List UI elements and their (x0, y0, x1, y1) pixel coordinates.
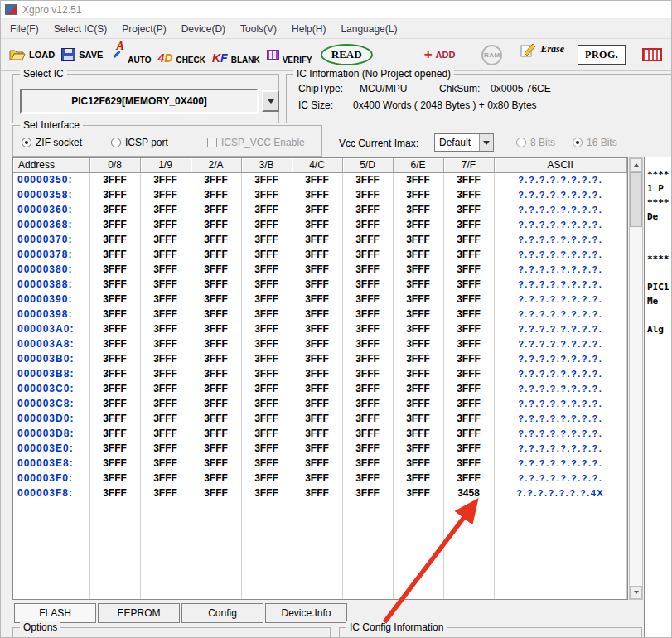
hex-value-cell[interactable]: 3FFF (393, 321, 443, 336)
menu-item-project[interactable]: Project(P) (114, 20, 173, 38)
read-button[interactable]: READ (321, 44, 373, 65)
hex-value-cell[interactable]: 3FFF (443, 336, 494, 351)
hex-value-cell[interactable]: 3FFF (140, 187, 191, 202)
hex-value-cell[interactable]: 3FFF (342, 321, 393, 336)
hex-value-cell[interactable]: 3FFF (89, 381, 140, 396)
hex-ascii-cell[interactable]: ?.?.?.?.?.?.?.?. (494, 411, 627, 426)
hex-value-cell[interactable]: 3FFF (342, 426, 393, 441)
hex-value-cell[interactable]: 3FFF (140, 471, 191, 486)
hex-value-cell[interactable]: 3FFF (89, 456, 140, 471)
hex-value-cell[interactable]: 3FFF (292, 232, 342, 247)
tab-config[interactable]: Config (181, 603, 263, 623)
hex-value-cell[interactable]: 3FFF (241, 232, 292, 247)
hex-value-cell[interactable]: 3FFF (443, 202, 494, 217)
hex-value-cell[interactable]: 3FFF (241, 247, 292, 262)
hex-value-cell[interactable]: 3FFF (140, 396, 191, 411)
hex-value-cell[interactable]: 3458 (443, 486, 494, 500)
hex-value-cell[interactable]: 3FFF (342, 411, 393, 426)
hex-value-cell[interactable]: 3FFF (342, 471, 393, 486)
hex-value-cell[interactable]: 3FFF (191, 471, 241, 486)
hex-value-cell[interactable]: 3FFF (292, 172, 342, 187)
hex-value-cell[interactable]: 3FFF (191, 262, 241, 277)
hex-value-cell[interactable]: 3FFF (393, 471, 443, 486)
hex-value-cell[interactable]: 3FFF (89, 232, 140, 247)
hex-value-cell[interactable]: 3FFF (342, 366, 393, 381)
hex-value-cell[interactable]: 3FFF (342, 202, 393, 217)
hex-value-cell[interactable]: 3FFF (241, 351, 292, 366)
hex-value-cell[interactable]: 3FFF (140, 277, 191, 292)
hex-value-cell[interactable]: 3FFF (342, 456, 393, 471)
hex-value-cell[interactable]: 3FFF (89, 187, 140, 202)
hex-value-cell[interactable]: 3FFF (140, 381, 191, 396)
hex-value-cell[interactable]: 3FFF (443, 426, 494, 441)
hex-value-cell[interactable]: 3FFF (342, 307, 393, 321)
hex-value-cell[interactable]: 3FFF (191, 292, 241, 307)
hex-ascii-cell[interactable]: ?.?.?.?.?.?.?.?. (494, 396, 627, 411)
hex-value-cell[interactable]: 3FFF (241, 381, 292, 396)
hex-value-cell[interactable]: 3FFF (89, 441, 140, 456)
hex-value-cell[interactable]: 3FFF (140, 456, 191, 471)
hex-value-cell[interactable]: 3FFF (140, 351, 191, 366)
hex-value-cell[interactable]: 3FFF (292, 336, 342, 351)
zif-socket-radio[interactable]: ZIF socket (22, 137, 82, 148)
hex-value-cell[interactable]: 3FFF (393, 292, 443, 307)
prog-button[interactable]: PROG. (578, 45, 626, 65)
hex-value-cell[interactable]: 3FFF (393, 336, 443, 351)
hex-ascii-cell[interactable]: ?.?.?.?.?.?.?.?. (494, 217, 627, 232)
hex-value-cell[interactable]: 3FFF (140, 366, 191, 381)
hex-value-cell[interactable]: 3FFF (191, 366, 241, 381)
hex-value-cell[interactable]: 3FFF (241, 366, 292, 381)
scroll-up-button[interactable] (630, 158, 642, 172)
hex-value-cell[interactable]: 3FFF (292, 247, 342, 262)
hex-value-cell[interactable]: 3FFF (443, 456, 494, 471)
hex-value-cell[interactable]: 3FFF (89, 366, 140, 381)
hex-value-cell[interactable]: 3FFF (292, 351, 342, 366)
hex-value-cell[interactable]: 3FFF (292, 441, 342, 456)
hex-ascii-cell[interactable]: ?.?.?.?.?.?.?.?. (494, 247, 627, 262)
hex-value-cell[interactable]: 3FFF (393, 441, 443, 456)
check-button[interactable]: CHECK (154, 41, 208, 69)
hex-value-cell[interactable]: 3FFF (292, 307, 342, 321)
hex-ascii-cell[interactable]: ?.?.?.?.?.?.?.?. (494, 471, 627, 486)
hex-value-cell[interactable]: 3FFF (443, 247, 494, 262)
hex-value-cell[interactable]: 3FFF (89, 292, 140, 307)
hex-ascii-cell[interactable]: ?.?.?.?.?.?.?.?. (494, 187, 627, 202)
hex-value-cell[interactable]: 3FFF (89, 321, 140, 336)
hex-value-cell[interactable]: 3FFF (140, 307, 191, 321)
hex-ascii-cell[interactable]: ?.?.?.?.?.?.?.?. (494, 292, 627, 307)
ic-test-button[interactable] (639, 41, 665, 69)
vertical-scrollbar[interactable] (629, 157, 643, 600)
hex-value-cell[interactable]: 3FFF (140, 262, 191, 277)
hex-value-cell[interactable]: 3FFF (140, 172, 191, 187)
hex-value-cell[interactable]: 3FFF (393, 232, 443, 247)
hex-value-cell[interactable]: 3FFF (393, 247, 443, 262)
hex-value-cell[interactable]: 3FFF (191, 172, 241, 187)
hex-value-cell[interactable]: 3FFF (89, 396, 140, 411)
hex-value-cell[interactable]: 3FFF (140, 292, 191, 307)
hex-value-cell[interactable]: 3FFF (292, 277, 342, 292)
hex-value-cell[interactable]: 3FFF (443, 396, 494, 411)
tab-device-info[interactable]: Device.Info (265, 603, 347, 623)
hex-value-cell[interactable]: 3FFF (443, 262, 494, 277)
hex-value-cell[interactable]: 3FFF (140, 426, 191, 441)
menu-item-help[interactable]: Help(H) (284, 20, 333, 38)
hex-ascii-cell[interactable]: ?.?.?.?.?.?.?.?. (494, 426, 627, 441)
select-dropdown-button[interactable] (479, 134, 493, 151)
8-bits-radio[interactable]: 8 Bits (516, 137, 555, 148)
hex-ascii-cell[interactable]: ?.?.?.?.?.?.?.?. (494, 351, 627, 366)
hex-ascii-cell[interactable]: ?.?.?.?.?.?.?.?. (494, 336, 627, 351)
hex-value-cell[interactable]: 3FFF (393, 411, 443, 426)
hex-value-cell[interactable]: 3FFF (241, 321, 292, 336)
hex-value-cell[interactable]: 3FFF (292, 321, 342, 336)
hex-value-cell[interactable]: 3FFF (140, 202, 191, 217)
scrollbar-thumb[interactable] (630, 172, 642, 227)
hex-value-cell[interactable]: 3FFF (443, 381, 494, 396)
16-bits-radio[interactable]: 16 Bits (573, 137, 617, 148)
hex-value-cell[interactable]: 3FFF (191, 396, 241, 411)
hex-value-cell[interactable]: 3FFF (393, 426, 443, 441)
hex-value-cell[interactable]: 3FFF (292, 426, 342, 441)
hex-value-cell[interactable]: 3FFF (140, 411, 191, 426)
tab-eeprom[interactable]: EEPROM (98, 603, 180, 623)
hex-value-cell[interactable]: 3FFF (191, 456, 241, 471)
hex-value-cell[interactable]: 3FFF (89, 336, 140, 351)
